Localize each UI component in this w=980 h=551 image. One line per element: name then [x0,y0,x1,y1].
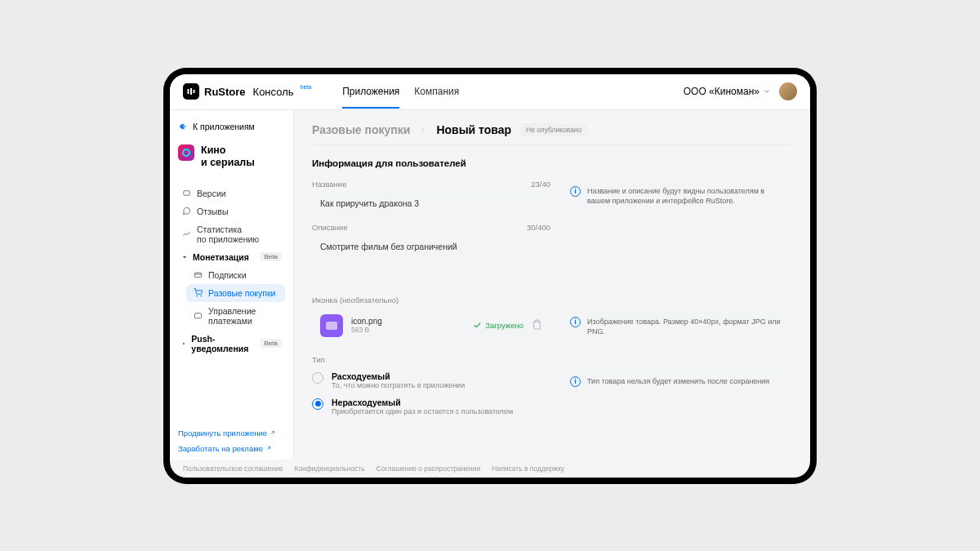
sidebar-item-payments[interactable]: Управление платежами [186,302,285,330]
field-label: Иконка (необязательно) [312,295,399,304]
external-link-icon [270,429,276,436]
svg-point-6 [200,295,201,296]
radio-label: Расходуемый [332,371,465,381]
desc-row: Описание 30/400 [312,223,792,284]
delete-file-button[interactable] [532,318,542,333]
type-field-wrap: Тип Расходуемый То, что можно потратить … [312,355,550,420]
radio-label: Нерасходуемый [332,398,513,407]
sidebar-label: Отзывы [197,207,228,216]
desc-input[interactable] [312,235,550,281]
beta-chip: Beta [261,339,282,348]
svg-point-5 [196,295,197,296]
caret-down-icon [181,254,188,260]
topbar-right: ООО «Киноман» [684,82,797,100]
caret-right-icon [181,340,186,347]
avatar[interactable] [779,82,797,100]
arrow-left-icon [178,122,188,131]
app-icon [178,144,194,161]
company-selector[interactable]: ООО «Киноман» [684,86,771,97]
info-box-icon: i Изображение товара. Размер 40×40px, фо… [562,310,792,344]
sidebar-group-monetization[interactable]: Монетизация Beta [178,248,285,266]
screen: RuStore Консоль beta Приложения Компания… [170,74,810,478]
topbar: RuStore Консоль beta Приложения Компания… [170,74,810,110]
trash-icon [532,319,542,330]
name-input[interactable] [312,192,550,215]
wallet-icon [193,311,203,320]
info-box-name: i Название и описание будут видны пользо… [562,180,792,213]
app-header: Кино и сериалы [178,144,285,170]
name-field-wrap: Название 23/40 [312,180,550,215]
char-counter: 23/40 [531,180,550,189]
monetization-sub: Подписки Разовые покупки Управление плат… [186,266,285,330]
app-name: Кино и сериалы [201,144,255,170]
promo-link-ads[interactable]: Заработать на рекламе [178,444,285,453]
field-label: Тип [312,355,325,364]
info-icon: i [570,186,581,197]
sidebar-label: Управление платежами [208,306,256,326]
breadcrumb: Разовые покупки Новый товар Не опубликов… [312,123,792,136]
svg-marker-2 [183,256,186,258]
footer-agreement[interactable]: Пользовательское соглашение [183,464,283,473]
chevron-right-icon [418,125,428,135]
info-text: Название и описание будут видны пользова… [587,186,784,207]
radio-icon [312,372,323,384]
section-title: Информация для пользователей [312,158,792,168]
page-title: Новый товар [436,123,511,136]
info-icon: i [570,317,581,327]
sidebar: К приложениям Кино и сериалы Версии Отзы… [170,110,294,460]
radio-nonconsumable[interactable]: Нерасходуемый Приобретается один раз и о… [312,393,550,420]
back-link[interactable]: К приложениям [178,122,285,131]
chevron-down-icon [763,87,771,96]
brand-text: RuStore [204,86,246,98]
footer-distribution[interactable]: Соглашение о распространении [376,464,481,473]
file-thumbnail [320,314,343,337]
divider [312,144,792,145]
sidebar-item-subscriptions[interactable]: Подписки [186,266,285,284]
layers-icon [181,189,191,198]
rustore-logo-icon [183,83,199,100]
sidebar-label: Подписки [208,270,247,280]
svg-marker-8 [183,342,185,344]
chat-icon [181,207,191,216]
file-info: icon.png 563 B [351,317,465,334]
field-header: Иконка (необязательно) [312,295,550,304]
promo-link-promote[interactable]: Продвинуть приложение [178,429,285,438]
body: К приложениям Кино и сериалы Версии Отзы… [170,110,810,460]
radio-consumable[interactable]: Расходуемый То, что можно потратить в пр… [312,367,550,393]
file-size: 563 B [351,326,465,334]
field-header: Название 23/40 [312,180,550,189]
field-header: Тип [312,355,550,364]
file-box: icon.png 563 B Загружено [312,308,550,344]
sidebar-footer: Продвинуть приложение Заработать на рекл… [178,420,285,453]
sidebar-item-stats[interactable]: Статистика по приложению [178,220,285,248]
sidebar-label: Статистика по приложению [197,224,259,244]
group-label: Монетизация [193,252,249,262]
info-text: Тип товара нельзя будет изменить после с… [587,376,769,387]
nav-tabs: Приложения Компания [342,74,459,109]
status-badge: Не опубликовано [519,123,588,136]
chart-icon [181,229,191,238]
sidebar-item-versions[interactable]: Версии [178,184,285,202]
tab-apps[interactable]: Приложения [342,74,399,109]
crumb-parent[interactable]: Разовые покупки [312,123,410,136]
sidebar-item-purchases[interactable]: Разовые покупки [186,284,285,302]
radio-desc: То, что можно потратить в приложении [332,381,465,389]
upload-status: Загружено [473,321,523,330]
tab-company[interactable]: Компания [414,74,459,109]
radio-icon [312,398,323,410]
info-icon: i [570,376,581,387]
char-counter: 30/400 [527,223,550,232]
check-icon [473,321,482,330]
footer-privacy[interactable]: Конфиденциальность [294,464,364,473]
field-label: Описание [312,223,348,232]
beta-badge: beta [301,84,312,90]
logo[interactable]: RuStore Консоль beta [183,83,310,100]
name-row: Название 23/40 i Название и описание буд… [312,180,792,215]
sidebar-group-push[interactable]: Push-уведомления Beta [178,330,285,358]
sidebar-item-reviews[interactable]: Отзывы [178,202,285,220]
card-icon [193,270,203,279]
footer-support[interactable]: Написать в поддержку [492,464,564,473]
company-name: ООО «Киноман» [684,86,760,97]
icon-field-wrap: Иконка (необязательно) icon.png 563 B За… [312,295,550,344]
sidebar-label: Версии [197,189,226,198]
